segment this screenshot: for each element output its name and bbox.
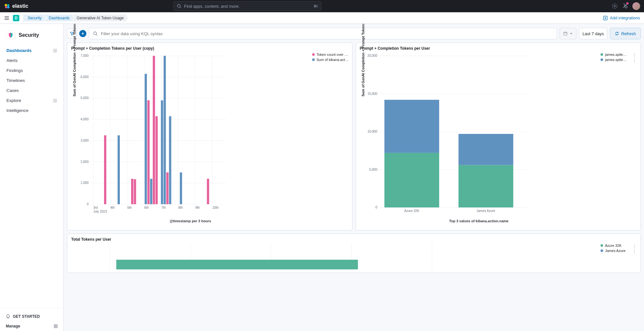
- filter-bar: Last 7 days Refresh: [67, 28, 641, 39]
- breadcrumb: Security Dashboards Generative AI Token …: [23, 15, 128, 22]
- nav-cases[interactable]: Cases: [3, 86, 60, 95]
- legend-item[interactable]: james.spite…: [601, 53, 630, 56]
- svg-rect-60: [131, 179, 133, 204]
- nav-alerts[interactable]: Alerts: [3, 56, 60, 65]
- legend-dot: [601, 249, 603, 252]
- xlabel: @timestamp per 3 hours: [71, 219, 310, 223]
- search-icon: [177, 4, 181, 8]
- manage-link[interactable]: Manage: [6, 321, 58, 331]
- newsfeed-icon[interactable]: [622, 3, 628, 10]
- space-selector[interactable]: D: [13, 15, 19, 21]
- menu-icon[interactable]: [4, 15, 10, 21]
- ylabel: Sum of GenAI Completion + Prompt Tokens: [72, 24, 76, 96]
- crumb-dashboards[interactable]: Dashboards: [44, 15, 74, 22]
- legend-dot: [601, 53, 603, 56]
- xlabel: Top 3 values of kibana.action.name: [360, 219, 598, 223]
- content: Last 7 days Refresh Prompt + Completion …: [64, 24, 644, 331]
- svg-line-5: [180, 7, 181, 8]
- plus-icon: [81, 32, 85, 35]
- chart-right: 05,00010,00015,00020,000Azure 32KJames A…: [360, 53, 598, 227]
- top-icons: [612, 2, 640, 10]
- svg-rect-68: [164, 56, 166, 204]
- svg-point-0: [5, 4, 7, 6]
- legend-dot: [601, 58, 603, 61]
- add-filter-button[interactable]: [79, 30, 86, 37]
- svg-text:7,000: 7,000: [81, 54, 89, 57]
- svg-rect-83: [384, 153, 439, 207]
- svg-rect-58: [104, 135, 106, 204]
- svg-point-3: [7, 6, 10, 8]
- svg-text:20,000: 20,000: [367, 54, 377, 57]
- svg-text:10,000: 10,000: [367, 130, 377, 133]
- legend-more-icon[interactable]: ⋮: [632, 53, 637, 58]
- svg-point-6: [612, 4, 617, 9]
- svg-point-22: [94, 32, 97, 35]
- svg-text:5th: 5th: [127, 206, 132, 209]
- help-icon[interactable]: [612, 3, 618, 9]
- get-started-link[interactable]: GET STARTED: [6, 312, 58, 321]
- search-icon: [93, 31, 98, 36]
- svg-rect-14: [53, 99, 55, 100]
- chart-left: 01,0002,0003,0004,0005,0006,0007,0003rd4…: [71, 53, 310, 227]
- panel-left: Prompt + Completion Tokens per User (cop…: [67, 43, 352, 230]
- svg-rect-71: [180, 172, 182, 204]
- nav-findings[interactable]: Findings: [3, 66, 60, 75]
- svg-rect-87: [458, 134, 513, 165]
- svg-text:Azure 32K: Azure 32K: [404, 209, 419, 213]
- chart-svg: 05,00010,00015,00020,000Azure 32KJames A…: [360, 53, 531, 217]
- topbar: elastic Find apps, content, and more. ⌘/: [0, 0, 644, 12]
- svg-text:2,000: 2,000: [81, 160, 89, 164]
- nav-timelines[interactable]: Timelines: [3, 76, 60, 85]
- svg-rect-15: [55, 99, 57, 100]
- add-integrations-link[interactable]: Add integrations: [603, 15, 640, 21]
- crumb-security[interactable]: Security: [23, 15, 46, 22]
- legend-more-icon[interactable]: ⋮: [632, 58, 637, 63]
- chart-svg: 01,0002,0003,0004,0005,0006,0007,0003rd4…: [71, 53, 229, 217]
- chevron-down-icon: [570, 32, 573, 35]
- legend-more-icon[interactable]: ⋮: [632, 244, 637, 249]
- kql-input-wrap[interactable]: [89, 28, 557, 39]
- svg-point-2: [5, 6, 7, 8]
- legend-item[interactable]: james.spite…: [601, 58, 630, 62]
- svg-text:1,000: 1,000: [81, 181, 89, 185]
- chart-svg: [71, 244, 442, 269]
- svg-line-23: [96, 35, 98, 36]
- legend-item[interactable]: Sum of kibana.act…: [312, 58, 348, 62]
- user-avatar[interactable]: [632, 2, 640, 10]
- svg-text:6,000: 6,000: [81, 75, 89, 79]
- svg-text:July 2023: July 2023: [93, 210, 107, 213]
- date-range-button[interactable]: Last 7 days: [579, 28, 608, 39]
- elastic-logo[interactable]: elastic: [4, 3, 28, 9]
- svg-text:4,000: 4,000: [81, 117, 89, 121]
- svg-rect-13: [55, 51, 57, 52]
- sidebar: Security Dashboards Alerts Findings Time…: [0, 24, 64, 331]
- svg-text:15,000: 15,000: [367, 92, 377, 95]
- legend-left: Token count over … Sum of kibana.act…: [310, 53, 348, 227]
- main: Security Dashboards Alerts Findings Time…: [0, 24, 644, 331]
- svg-rect-66: [156, 116, 158, 204]
- search-placeholder: Find apps, content, and more.: [184, 4, 311, 9]
- legend-item[interactable]: Azure 32K: [601, 244, 630, 247]
- svg-rect-19: [56, 325, 57, 326]
- legend-item[interactable]: Token count over …: [312, 53, 348, 56]
- nav-dashboards[interactable]: Dashboards: [3, 46, 60, 55]
- date-calendar-button[interactable]: [560, 28, 576, 39]
- svg-text:3rd: 3rd: [93, 206, 98, 209]
- legend-item[interactable]: James Azure: [601, 249, 630, 253]
- svg-rect-17: [55, 101, 57, 102]
- svg-rect-20: [54, 326, 55, 328]
- svg-rect-61: [134, 179, 136, 204]
- svg-text:5,000: 5,000: [369, 168, 377, 171]
- refresh-button[interactable]: Refresh: [610, 28, 641, 39]
- nav-explore[interactable]: Explore: [3, 96, 60, 105]
- svg-rect-18: [54, 325, 55, 326]
- legend-more-icon[interactable]: ⋮: [632, 249, 637, 254]
- svg-point-1: [7, 4, 9, 6]
- svg-rect-86: [458, 165, 513, 207]
- svg-text:5,000: 5,000: [81, 96, 89, 100]
- chart-bottom: [71, 244, 598, 269]
- global-search[interactable]: Find apps, content, and more. ⌘/: [173, 1, 322, 11]
- kql-input[interactable]: [101, 31, 553, 36]
- legend-right: james.spite…⋮ james.spite…⋮: [598, 53, 637, 227]
- nav-intelligence[interactable]: Intelligence: [3, 106, 60, 115]
